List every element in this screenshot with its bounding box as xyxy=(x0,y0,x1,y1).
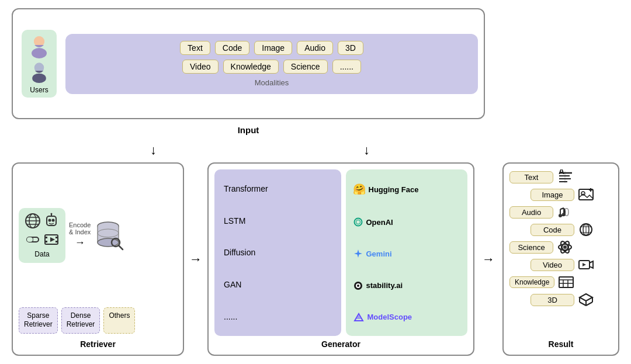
image-icon xyxy=(578,187,594,202)
film-icon xyxy=(43,231,60,248)
gemini-icon xyxy=(353,248,363,259)
generator-label: Generator xyxy=(214,339,467,349)
svg-marker-61 xyxy=(583,263,586,266)
company-stability: stability.ai xyxy=(353,280,461,291)
svg-point-15 xyxy=(51,213,53,214)
retrievers-row: SparseRetriever DenseRetriever Others xyxy=(19,307,177,334)
hf-icon: 🤗 xyxy=(353,183,366,196)
modalities-title: Modalities xyxy=(255,78,289,87)
encode-label: Encode & Index xyxy=(69,221,91,235)
result-knowledge-row: Knowledge xyxy=(509,275,612,290)
svg-rect-23 xyxy=(56,241,58,242)
svg-rect-20 xyxy=(45,237,47,238)
svg-point-35 xyxy=(357,285,359,287)
model-lstm: LSTM xyxy=(224,216,332,226)
openai-label: OpenAI xyxy=(366,218,393,227)
svg-point-1 xyxy=(32,48,47,58)
svg-point-4 xyxy=(32,74,46,83)
svg-line-72 xyxy=(586,302,592,306)
tag-image: Image xyxy=(254,41,292,55)
result-science-row: Science xyxy=(509,240,612,255)
robot-icon xyxy=(43,213,60,229)
modalities-row1: Text Code Image Audio 3D xyxy=(180,41,363,55)
result-tag-3d: 3D xyxy=(531,294,574,306)
encode-arrow: → xyxy=(75,237,85,249)
generator-panel: Transformer LSTM Diffusion GAN ...... 🤗 … xyxy=(207,162,474,356)
result-tag-audio: Audio xyxy=(509,206,553,219)
result-tag-knowledge: Knowledge xyxy=(509,276,554,288)
svg-line-32 xyxy=(119,245,123,249)
audio-icon xyxy=(557,204,573,220)
result-text-row: Text A xyxy=(509,169,612,185)
user2-icon xyxy=(27,60,51,84)
svg-point-52 xyxy=(562,213,566,216)
result-panel: Text A Image xyxy=(502,162,619,356)
result-image-row: Image xyxy=(509,187,612,202)
company-openai: OpenAI xyxy=(353,217,461,227)
bottom-row: Data Encode & Index → xyxy=(12,162,619,356)
user1-icon xyxy=(26,33,52,59)
tag-3d: 3D xyxy=(338,41,363,55)
result-top-spacer xyxy=(491,8,619,119)
result-tag-code: Code xyxy=(531,224,574,236)
stability-icon xyxy=(353,280,363,291)
result-tag-image: Image xyxy=(531,189,574,201)
svg-rect-62 xyxy=(559,277,573,287)
tag-knowledge: Knowledge xyxy=(223,60,279,74)
modalities-box: Text Code Image Audio 3D Video Knowledge… xyxy=(65,34,478,94)
model-diffusion: Diffusion xyxy=(224,248,332,257)
tag-code: Code xyxy=(215,41,249,55)
modelscope-icon xyxy=(353,312,365,323)
svg-text:A: A xyxy=(559,169,564,176)
result-items: Text A Image xyxy=(509,169,612,337)
encode-section: Encode & Index → xyxy=(69,221,91,249)
db-section xyxy=(94,219,122,251)
models-box: Transformer LSTM Diffusion GAN ...... xyxy=(214,169,341,336)
result-label: Result xyxy=(509,339,612,349)
model-ellipsis: ...... xyxy=(224,312,332,321)
text-icon: A xyxy=(557,169,574,185)
svg-rect-18 xyxy=(27,237,33,242)
tag-science: Science xyxy=(283,60,328,74)
svg-point-12 xyxy=(48,219,51,221)
retriever-top: Data Encode & Index → xyxy=(19,169,177,301)
result-video-row: Video xyxy=(509,257,612,272)
svg-point-55 xyxy=(563,245,567,249)
company-huggingface: 🤗 Hugging Face xyxy=(353,183,461,196)
tag-text: Text xyxy=(180,41,210,55)
generator-inner: Transformer LSTM Diffusion GAN ...... 🤗 … xyxy=(214,169,467,336)
result-code-row: Code xyxy=(509,222,612,237)
users-label: Users xyxy=(30,86,48,94)
stability-label: stability.ai xyxy=(366,281,403,290)
code-icon xyxy=(578,222,594,237)
model-transformer: Transformer xyxy=(224,184,332,193)
dense-retriever: DenseRetriever xyxy=(61,307,100,334)
knowledge-icon xyxy=(558,275,574,290)
main-diagram: Users Text Code Image Audio 3D Video Kno… xyxy=(12,8,619,356)
retriever-panel: Data Encode & Index → xyxy=(12,162,184,356)
svg-rect-22 xyxy=(56,237,58,238)
retriever-label: Retriever xyxy=(19,339,177,349)
science-icon xyxy=(557,240,573,255)
arrows-row: ↓ ↓ xyxy=(12,144,619,157)
3d-icon xyxy=(578,292,594,307)
hf-label: Hugging Face xyxy=(369,185,419,194)
video-icon xyxy=(578,257,594,272)
result-tag-text: Text xyxy=(509,171,553,183)
arrow-down-right: ↓ xyxy=(363,143,370,158)
svg-point-13 xyxy=(52,219,55,221)
capsule-icon xyxy=(25,231,41,248)
users-section: Users xyxy=(19,30,60,98)
result-tag-science: Science xyxy=(509,241,553,254)
svg-marker-24 xyxy=(50,237,55,242)
tag-video: Video xyxy=(182,60,219,74)
model-gan: GAN xyxy=(224,280,332,289)
company-modelscope: ModelScope xyxy=(353,312,461,323)
magnifier-icon xyxy=(109,236,124,251)
arrow-right-ret-gen: → xyxy=(189,162,203,356)
result-audio-row: Audio xyxy=(509,204,612,220)
companies-box: 🤗 Hugging Face OpenAI xyxy=(346,169,468,336)
data-icons-row2 xyxy=(25,231,60,248)
svg-marker-67 xyxy=(580,294,592,301)
result-tag-video: Video xyxy=(531,259,574,271)
